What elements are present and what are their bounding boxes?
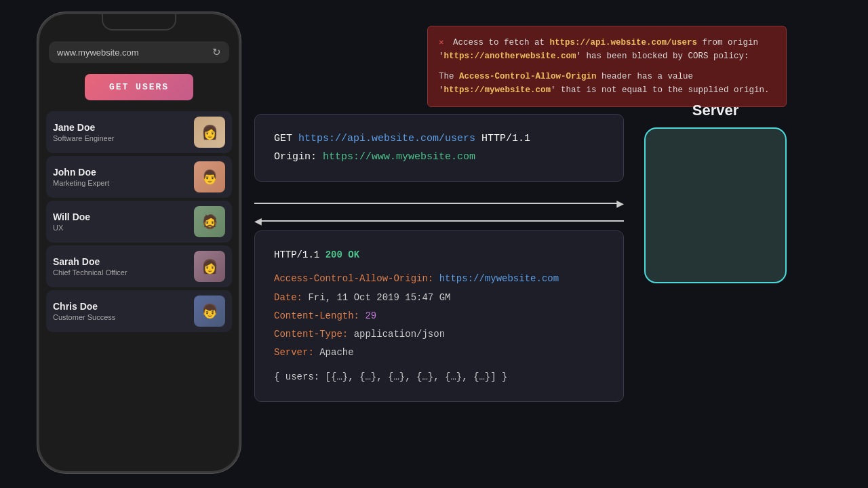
cors-banner: ✕ Access to fetch at https://api.website…: [427, 26, 787, 107]
address-bar: www.mywebsite.com ↻: [49, 41, 229, 63]
user-role: Software Engineer: [53, 134, 187, 142]
resp-header-value: 29: [365, 310, 376, 321]
arrow-right-line: [254, 203, 618, 204]
arrow-right: ▶: [254, 196, 624, 211]
user-info: Chris DoeCustomer Success: [53, 301, 187, 321]
request-line: GET https://api.website.com/users HTTP/1…: [274, 129, 604, 148]
phone-notch: [102, 14, 176, 30]
resp-header-line: Access-Control-Allow-Origin: https://myw…: [274, 270, 604, 288]
resp-header-line: Content-Length: 29: [274, 307, 604, 325]
resp-header-key: Content-Length:: [274, 310, 359, 321]
user-info: Sarah DoeChief Technical Officer: [53, 256, 187, 277]
user-list: Jane DoeSoftware Engineer👩John DoeMarket…: [39, 108, 239, 335]
user-avatar: 🧔: [194, 206, 225, 237]
resp-header-key: Content-Type:: [274, 329, 348, 340]
user-card: John DoeMarketing Expert👨: [46, 156, 232, 198]
user-name: Chris Doe: [53, 301, 187, 312]
user-role: Customer Success: [53, 313, 187, 321]
address-text: www.mywebsite.com: [57, 47, 139, 58]
response-panel: HTTP/1.1 200 OK Access-Control-Allow-Ori…: [254, 230, 624, 402]
resp-header-key: Date:: [274, 292, 302, 303]
user-role: Chief Technical Officer: [53, 268, 187, 277]
request-protocol: HTTP/1.1: [481, 133, 530, 144]
origin-value: https://www.mywebsite.com: [323, 151, 475, 163]
user-card: Will DoeUX🧔: [46, 201, 232, 243]
cors-header-val: https://mywebsite.com: [444, 85, 551, 95]
cors-header-name: Access-Control-Allow-Origin: [459, 72, 597, 81]
get-users-button[interactable]: GET USERS: [85, 74, 193, 100]
user-card: Jane DoeSoftware Engineer👩: [46, 111, 232, 153]
cors-another-origin: https://anotherwebsite.com: [444, 52, 576, 61]
error-icon: ✕: [439, 38, 444, 47]
user-avatar: 👩: [194, 251, 225, 282]
origin-line: Origin: https://www.mywebsite.com: [274, 148, 604, 166]
origin-label: Origin:: [274, 151, 317, 163]
resp-header-value: Fri, 11 Oct 2019 15:47 GM: [308, 292, 450, 303]
cors-line1: ✕ Access to fetch at https://api.website…: [439, 36, 775, 63]
cors-url: https://api.website.com/users: [550, 38, 698, 47]
user-avatar: 👦: [194, 296, 225, 327]
resp-headers: Access-Control-Allow-Origin: https://myw…: [274, 270, 604, 362]
arrow-left-line: [260, 220, 624, 222]
phone-inner: www.mywebsite.com ↻ GET USERS Jane DoeSo…: [39, 14, 239, 471]
phone-frame: www.mywebsite.com ↻ GET USERS Jane DoeSo…: [37, 12, 241, 473]
user-avatar: 👩: [194, 117, 225, 148]
resp-header-line: Content-Type: application/json: [274, 325, 604, 344]
cors-line2: The Access-Control-Allow-Origin header h…: [439, 70, 775, 97]
user-role: UX: [53, 224, 187, 232]
arrow-left: ◀: [254, 214, 624, 228]
user-role: Marketing Expert: [53, 179, 187, 187]
user-name: Jane Doe: [53, 122, 187, 133]
resp-header-value: https://mywebsite.com: [439, 273, 559, 284]
resp-header-key: Access-Control-Allow-Origin:: [274, 273, 433, 284]
user-name: Will Doe: [53, 211, 187, 222]
resp-header-value: application/json: [354, 329, 445, 340]
request-panel: GET https://api.website.com/users HTTP/1…: [254, 114, 624, 182]
server-label: Server: [637, 102, 793, 119]
resp-header-line: Date: Fri, 11 Oct 2019 15:47 GM: [274, 289, 604, 307]
resp-status: 200 OK: [326, 249, 359, 260]
resp-header-key: Server:: [274, 347, 314, 358]
user-info: John DoeMarketing Expert: [53, 167, 187, 187]
http-method: GET: [274, 133, 292, 144]
resp-json-body: { users: [{…}, {…}, {…}, {…}, {…}, {…}] …: [274, 368, 604, 386]
resp-header-value: Apache: [319, 347, 353, 358]
status-line: HTTP/1.1 200 OK: [274, 246, 604, 264]
user-info: Jane DoeSoftware Engineer: [53, 122, 187, 142]
resp-protocol: HTTP/1.1: [274, 249, 319, 260]
arrow-right-head: ▶: [616, 196, 624, 211]
user-name: John Doe: [53, 167, 187, 178]
user-info: Will DoeUX: [53, 211, 187, 232]
refresh-icon[interactable]: ↻: [212, 46, 221, 58]
server-container: Server: [637, 102, 793, 283]
user-name: Sarah Doe: [53, 256, 187, 267]
user-card: Sarah DoeChief Technical Officer👩: [46, 245, 232, 287]
request-url: https://api.website.com/users: [298, 133, 475, 144]
server-box: [644, 127, 787, 283]
user-avatar: 👨: [194, 161, 225, 192]
arrows: ▶ ◀: [254, 193, 624, 231]
resp-header-line: Server: Apache: [274, 344, 604, 362]
user-card: Chris DoeCustomer Success👦: [46, 290, 232, 332]
